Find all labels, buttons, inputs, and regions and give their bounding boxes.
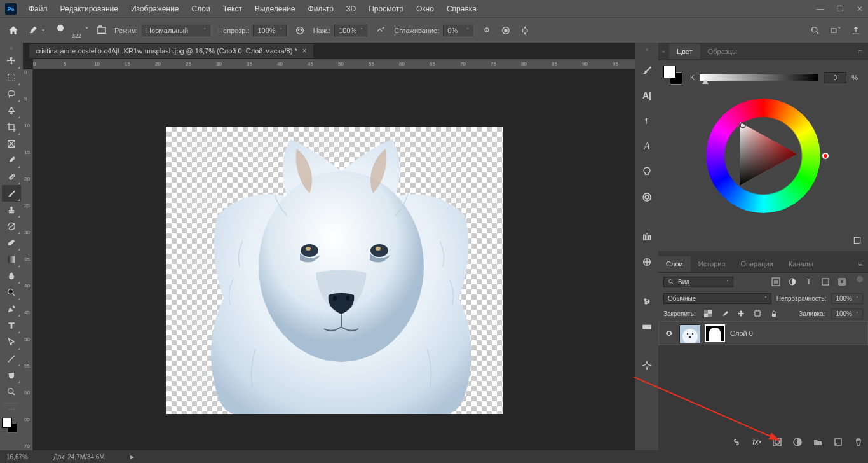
glyphs-icon[interactable]: A bbox=[641, 138, 653, 155]
gear-icon[interactable]: ⚙ bbox=[481, 25, 492, 36]
sv-triangle[interactable] bbox=[730, 119, 800, 189]
tab-history[interactable]: История bbox=[691, 256, 733, 272]
colorwheel-toggle-icon[interactable] bbox=[851, 235, 863, 246]
document-tab[interactable]: cristina-anne-costello-c4Ajl--KR1w-unspl… bbox=[29, 44, 313, 58]
panel-menu-icon[interactable]: ≡ bbox=[853, 48, 868, 55]
character-icon[interactable]: A| bbox=[641, 87, 653, 104]
opacity-dropdown[interactable]: 100%˅ bbox=[253, 25, 286, 36]
menu-edit[interactable]: Редактирование bbox=[55, 2, 124, 16]
eraser-tool[interactable] bbox=[2, 235, 21, 251]
pen-tool[interactable] bbox=[2, 301, 21, 317]
pressure-size-icon[interactable] bbox=[500, 25, 512, 36]
tab-swatches[interactable]: Образцы bbox=[700, 44, 745, 59]
filter-pixel-icon[interactable] bbox=[770, 276, 782, 287]
link-layers-icon[interactable] bbox=[731, 436, 742, 448]
line-tool[interactable] bbox=[2, 350, 21, 367]
properties-icon[interactable] bbox=[641, 293, 653, 310]
layer-name[interactable]: Слой 0 bbox=[730, 329, 753, 337]
ps-logo[interactable]: Ps bbox=[5, 3, 17, 15]
layer-opacity-dropdown[interactable]: 100%˅ bbox=[831, 293, 863, 304]
hue-picker[interactable] bbox=[822, 153, 829, 159]
menu-3d[interactable]: 3D bbox=[341, 2, 362, 16]
add-mask-icon[interactable] bbox=[771, 436, 783, 448]
menu-select[interactable]: Выделение bbox=[249, 2, 301, 16]
pressure-opacity-icon[interactable] bbox=[294, 25, 306, 36]
brush-icon[interactable]: ˅ bbox=[28, 24, 45, 37]
tab-actions[interactable]: Операции bbox=[733, 256, 780, 272]
k-slider[interactable] bbox=[700, 74, 818, 81]
lock-paint-icon[interactable] bbox=[719, 308, 730, 319]
healing-tool[interactable] bbox=[2, 169, 21, 185]
smoothing-dropdown[interactable]: 0%˅ bbox=[443, 25, 473, 36]
menu-layers[interactable]: Слои bbox=[186, 2, 216, 16]
menu-view[interactable]: Просмотр bbox=[363, 2, 409, 16]
stamp-tool[interactable] bbox=[2, 202, 21, 218]
lock-all-icon[interactable] bbox=[768, 308, 780, 319]
mode-dropdown[interactable]: Нормальный˅ bbox=[142, 25, 210, 36]
close-icon[interactable]: ✕ bbox=[857, 4, 863, 13]
layer-thumbnail[interactable] bbox=[679, 324, 700, 342]
blend-mode-dropdown[interactable]: Обычные˅ bbox=[663, 293, 771, 304]
airbrush-icon[interactable] bbox=[375, 25, 386, 36]
folder-icon[interactable] bbox=[97, 25, 107, 36]
quick-select-tool[interactable] bbox=[2, 102, 21, 119]
move-tool[interactable] bbox=[2, 53, 21, 69]
adjustment-layer-icon[interactable] bbox=[792, 436, 803, 448]
filter-shape-icon[interactable] bbox=[820, 276, 831, 287]
styles-icon[interactable] bbox=[641, 254, 653, 270]
home-icon[interactable] bbox=[6, 24, 20, 38]
brush-settings-icon[interactable] bbox=[641, 62, 653, 78]
screenmode-icon[interactable]: ˅ bbox=[830, 25, 841, 36]
dodge-tool[interactable] bbox=[2, 284, 21, 301]
maximize-icon[interactable]: ❐ bbox=[837, 4, 844, 13]
menu-help[interactable]: Справка bbox=[441, 2, 482, 16]
lasso-tool[interactable] bbox=[2, 86, 21, 102]
menu-window[interactable]: Окно bbox=[410, 2, 440, 16]
eyedropper-tool[interactable] bbox=[2, 152, 21, 169]
filter-type-icon[interactable]: T bbox=[803, 276, 815, 287]
brush-tool[interactable] bbox=[2, 185, 21, 202]
doc-size-info[interactable]: Док: 24,7M/34,6M bbox=[53, 453, 105, 460]
delete-layer-icon[interactable] bbox=[853, 436, 864, 448]
lock-transparency-icon[interactable] bbox=[702, 308, 714, 319]
menu-image[interactable]: Изображение bbox=[125, 2, 185, 16]
libraries-icon[interactable] bbox=[641, 189, 653, 205]
adjustments-icon[interactable] bbox=[641, 228, 653, 245]
flow-dropdown[interactable]: 100%˅ bbox=[334, 25, 367, 36]
paragraph-icon[interactable]: ¶ bbox=[641, 113, 653, 129]
crop-tool[interactable] bbox=[2, 119, 21, 135]
zoom-level[interactable]: 16,67% bbox=[6, 453, 28, 460]
color-wheel[interactable] bbox=[706, 99, 820, 213]
layer-kind-filter[interactable]: Вид˅ bbox=[663, 277, 733, 287]
history-brush-tool[interactable] bbox=[2, 218, 21, 235]
menu-file[interactable]: Файл bbox=[23, 2, 53, 16]
share-icon[interactable] bbox=[850, 25, 862, 36]
brush-preset[interactable]: 322 ˅ bbox=[53, 23, 89, 38]
zoom-tool[interactable] bbox=[2, 384, 21, 400]
type-tool[interactable] bbox=[2, 317, 21, 334]
k-value[interactable]: 0 bbox=[824, 72, 846, 83]
marquee-tool[interactable] bbox=[2, 69, 21, 86]
timeline-icon[interactable] bbox=[641, 319, 653, 335]
new-group-icon[interactable] bbox=[812, 436, 824, 448]
learn-icon[interactable] bbox=[641, 163, 653, 180]
tab-color[interactable]: Цвет bbox=[669, 44, 700, 59]
canvas-viewport[interactable] bbox=[33, 69, 635, 450]
fill-dropdown[interactable]: 100%˅ bbox=[831, 308, 863, 319]
frame-tool[interactable] bbox=[2, 135, 21, 152]
navigator-icon[interactable] bbox=[641, 358, 653, 375]
symmetry-icon[interactable] bbox=[519, 25, 531, 36]
lock-artboard-icon[interactable] bbox=[752, 308, 763, 319]
color-swatches[interactable] bbox=[2, 418, 21, 439]
panel-menu-icon[interactable]: ≡ bbox=[853, 260, 868, 268]
menu-text[interactable]: Текст bbox=[217, 2, 248, 16]
hand-tool[interactable] bbox=[2, 367, 21, 384]
minimize-icon[interactable]: — bbox=[817, 4, 824, 13]
menu-filter[interactable]: Фильтр bbox=[302, 2, 339, 16]
filter-adjust-icon[interactable] bbox=[787, 276, 798, 287]
filter-toggle[interactable] bbox=[857, 276, 863, 282]
layer-fx-icon[interactable]: fx▾ bbox=[751, 436, 763, 448]
new-layer-icon[interactable] bbox=[832, 436, 844, 448]
tab-layers[interactable]: Слои bbox=[658, 256, 691, 272]
visibility-icon[interactable] bbox=[664, 328, 674, 339]
